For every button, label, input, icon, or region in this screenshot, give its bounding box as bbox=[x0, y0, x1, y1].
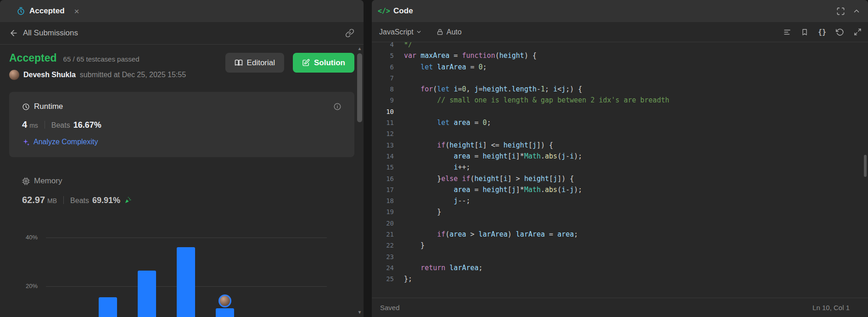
book-icon bbox=[235, 59, 243, 67]
code-text: } bbox=[404, 240, 425, 251]
solution-button[interactable]: Solution bbox=[293, 53, 354, 73]
code-line[interactable]: 6 let larArea = 0; bbox=[372, 62, 868, 73]
author-name[interactable]: Devesh Shukla bbox=[23, 71, 76, 79]
info-icon[interactable] bbox=[333, 102, 342, 111]
link-icon[interactable] bbox=[345, 28, 354, 38]
analyze-complexity-button[interactable]: Analyze Complexity bbox=[22, 138, 342, 146]
chip-icon bbox=[22, 177, 30, 185]
code-line[interactable]: 8 for(let i=0, j=height.length-1; i<j;) … bbox=[372, 84, 868, 95]
fullscreen-icon[interactable] bbox=[836, 7, 845, 16]
code-line[interactable]: 12 bbox=[372, 128, 868, 139]
code-line[interactable]: 21 if(area > larArea) larArea = area; bbox=[372, 229, 868, 240]
status-accepted: Accepted bbox=[9, 52, 57, 64]
line-number: 10 bbox=[372, 106, 394, 117]
code-text: j--; bbox=[404, 195, 470, 206]
line-number: 19 bbox=[372, 206, 394, 217]
code-line[interactable]: 7 bbox=[372, 73, 868, 84]
close-icon[interactable]: × bbox=[74, 7, 79, 16]
editor-statusbar: Saved Ln 10, Col 1 bbox=[372, 298, 868, 317]
code-line[interactable]: 15 i++; bbox=[372, 162, 868, 173]
line-number: 20 bbox=[372, 218, 394, 229]
runtime-distribution-bar[interactable] bbox=[216, 308, 234, 317]
line-number: 4 bbox=[372, 42, 394, 50]
line-number: 14 bbox=[372, 151, 394, 162]
code-line[interactable]: 25}; bbox=[372, 273, 868, 284]
left-scrollbar[interactable]: ▲ ▼ bbox=[357, 46, 363, 317]
code-line[interactable]: 24 return larArea; bbox=[372, 262, 868, 273]
code-editor[interactable]: 4*/5var maxArea = function(height) {6 le… bbox=[372, 42, 868, 298]
tab-title: Accepted bbox=[29, 6, 65, 16]
memory-section-header[interactable]: Memory bbox=[22, 176, 354, 186]
language-label: JavaScript bbox=[379, 28, 414, 36]
format-braces-icon[interactable]: {} bbox=[818, 28, 826, 36]
code-line[interactable]: 22 } bbox=[372, 240, 868, 251]
code-line[interactable]: 13 if(height[i] <= height[j]) { bbox=[372, 140, 868, 151]
code-line[interactable]: 5var maxArea = function(height) { bbox=[372, 50, 868, 61]
editor-toolbar: JavaScript Auto {} bbox=[372, 22, 868, 42]
celebration-icon bbox=[124, 196, 132, 204]
divider bbox=[63, 196, 64, 204]
code-text: // small one is length & gap between 2 i… bbox=[404, 95, 669, 106]
line-number: 8 bbox=[372, 84, 394, 95]
code-text: }; bbox=[404, 273, 412, 284]
edit-icon bbox=[302, 59, 310, 67]
submission-tab-bar: Accepted × bbox=[0, 0, 364, 22]
reset-undo-icon[interactable] bbox=[836, 28, 844, 36]
chart-gridline bbox=[46, 238, 327, 238]
tab-accepted[interactable]: Accepted × bbox=[0, 6, 79, 16]
code-line[interactable]: 17 area = height[j]*Math.abs(i-j); bbox=[372, 184, 868, 195]
code-text: }else if(height[i] > height[j]) { bbox=[404, 173, 574, 184]
bookmark-icon[interactable] bbox=[801, 28, 808, 36]
user-avatar-marker[interactable] bbox=[218, 294, 231, 307]
code-tab-bar: </> Code bbox=[372, 0, 868, 22]
code-line[interactable]: 4*/ bbox=[372, 42, 868, 50]
code-line[interactable]: 9 // small one is length & gap between 2… bbox=[372, 95, 868, 106]
chart-axis-label: 40% bbox=[13, 234, 38, 241]
runtime-card[interactable]: Runtime 4 ms Beats 16.67% Analyze Comple… bbox=[9, 92, 354, 157]
tab-code[interactable]: </> Code bbox=[378, 6, 413, 16]
editor-scrollbar-thumb[interactable] bbox=[864, 155, 867, 177]
code-line[interactable]: 10 bbox=[372, 106, 868, 117]
code-line[interactable]: 18 j--; bbox=[372, 195, 868, 206]
format-lines-icon[interactable] bbox=[783, 28, 791, 36]
code-line[interactable]: 23 bbox=[372, 251, 868, 262]
back-arrow-icon[interactable] bbox=[9, 28, 18, 38]
code-text: var maxArea = function(height) { bbox=[404, 50, 537, 61]
code-line[interactable]: 16 }else if(height[i] > height[j]) { bbox=[372, 173, 868, 184]
line-number: 17 bbox=[372, 184, 394, 195]
sparkle-icon bbox=[22, 138, 30, 146]
submitted-timestamp: submitted at Dec 25, 2025 15:55 bbox=[80, 71, 186, 79]
runtime-distribution-bar[interactable] bbox=[177, 247, 195, 317]
line-number: 23 bbox=[372, 251, 394, 262]
collapse-chevron-up-icon[interactable] bbox=[852, 7, 861, 15]
editorial-button[interactable]: Editorial bbox=[225, 53, 284, 73]
expand-diagonal-icon[interactable] bbox=[854, 28, 862, 36]
code-line[interactable]: 19 } bbox=[372, 206, 868, 217]
all-submissions-link[interactable]: All Submissions bbox=[23, 28, 78, 38]
line-number: 21 bbox=[372, 229, 394, 240]
memory-metrics: 62.97 MB Beats 69.91% bbox=[22, 195, 354, 205]
code-line[interactable]: 20 bbox=[372, 218, 868, 229]
code-lines: 4*/5var maxArea = function(height) {6 le… bbox=[372, 42, 868, 285]
auto-save-toggle[interactable]: Auto bbox=[437, 28, 462, 36]
runtime-distribution-bar[interactable] bbox=[138, 271, 156, 317]
code-line[interactable]: 14 area = height[i]*Math.abs(j-i); bbox=[372, 151, 868, 162]
timer-icon bbox=[17, 7, 25, 16]
code-line[interactable]: 11 let area = 0; bbox=[372, 117, 868, 128]
auto-label: Auto bbox=[447, 28, 462, 36]
scroll-down-arrow[interactable]: ▼ bbox=[357, 310, 363, 315]
line-number: 11 bbox=[372, 117, 394, 128]
runtime-distribution-bar[interactable] bbox=[99, 297, 117, 317]
code-text: return larArea; bbox=[404, 262, 483, 273]
submission-result: Accepted 65 / 65 testcases passed Devesh… bbox=[0, 45, 364, 205]
runtime-chart: 40%20% bbox=[0, 221, 364, 317]
scrollbar-thumb[interactable] bbox=[357, 53, 362, 122]
line-number: 15 bbox=[372, 162, 394, 173]
memory-value: 62.97 bbox=[22, 195, 45, 205]
code-panel: </> Code JavaScript Auto bbox=[372, 0, 868, 317]
author-avatar bbox=[9, 70, 19, 80]
code-text: */ bbox=[404, 42, 412, 50]
language-selector[interactable]: JavaScript bbox=[376, 26, 425, 38]
scroll-up-arrow[interactable]: ▲ bbox=[357, 46, 363, 51]
code-text: area = height[i]*Math.abs(j-i); bbox=[404, 151, 582, 162]
